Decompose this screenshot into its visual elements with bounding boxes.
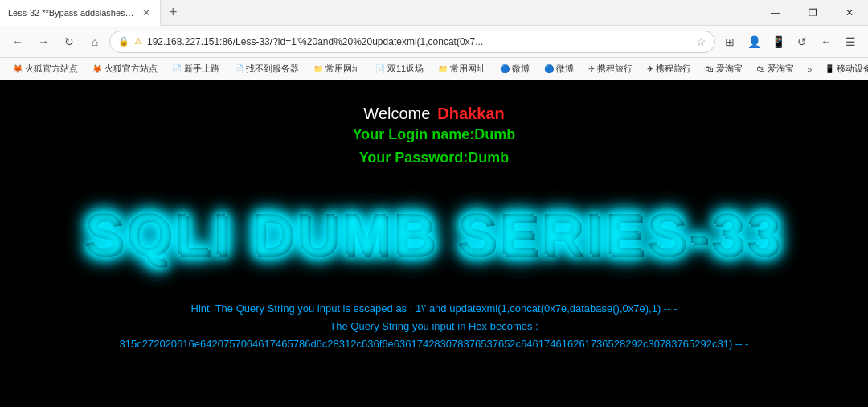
bookmark-huhu1[interactable]: 🦊 火狐官方站点 <box>6 60 84 77</box>
login-label: Your Login name: <box>353 126 475 142</box>
newuser-icon: 📄 <box>172 64 182 73</box>
bookmark-mobile[interactable]: 📱 移动设备上的书签 <box>818 60 868 77</box>
bookmark-notfound[interactable]: 📄 找不到服务器 <box>227 60 305 77</box>
title-bar: Less-32 **Bypass addslashes()** ✕ + — ❐ … <box>0 0 868 26</box>
page-content: Welcome Dhakkan Your Login name:Dumb You… <box>0 80 868 407</box>
welcome-section: Welcome Dhakkan Your Login name:Dumb You… <box>353 105 516 170</box>
taobao1-icon: 🛍 <box>706 64 714 73</box>
bookmark-notfound-label: 找不到服务器 <box>246 63 299 75</box>
welcome-line: Welcome Dhakkan <box>353 105 516 123</box>
active-tab[interactable]: Less-32 **Bypass addslashes()** ✕ <box>0 0 161 26</box>
tab-bar: Less-32 **Bypass addslashes()** ✕ + <box>0 0 186 25</box>
login-value: Dumb <box>474 126 515 142</box>
password-label: Your Password: <box>359 150 469 166</box>
address-input-wrap[interactable]: 🔒 ⚠ 192.168.227.151:86/Less-33/?id=1'%20… <box>109 31 715 53</box>
bookmark-weibo2[interactable]: 🔵 微博 <box>538 60 580 77</box>
notfound-icon: 📄 <box>234 64 244 73</box>
bookmark-star-icon[interactable]: ☆ <box>696 35 706 48</box>
hint-section: Hint: The Query String you input is esca… <box>88 300 781 353</box>
toolbar-icons: ⊞ 👤 📱 ↺ ← ☰ <box>719 31 862 53</box>
bookmark-taobao1[interactable]: 🛍 爱淘宝 <box>699 60 749 77</box>
huhu2-icon: 🦊 <box>92 64 102 73</box>
bookmark-huhu2[interactable]: 🦊 火狐官方站点 <box>86 60 164 77</box>
bookmark-double11[interactable]: 📄 双11返场 <box>369 60 430 77</box>
common2-icon: 📁 <box>438 64 448 73</box>
hint-line2: The Query String you input in Hex become… <box>120 318 749 335</box>
new-tab-button[interactable]: + <box>161 0 186 25</box>
bookmark-taobao2[interactable]: 🛍 爱淘宝 <box>751 60 800 77</box>
hint-line3: 315c272020616e6420757064617465786d6c2831… <box>120 335 749 353</box>
welcome-name: Dhakkan <box>437 105 504 122</box>
bookmarks-more-button[interactable]: » <box>802 62 817 76</box>
password-line: Your Password:Dumb <box>353 146 516 170</box>
security-icon: 🔒 <box>118 36 129 47</box>
back-nav-button[interactable]: ← <box>815 31 837 53</box>
ctrip1-icon: ✈ <box>588 64 595 73</box>
bookmark-double11-label: 双11返场 <box>387 63 424 75</box>
bookmark-common2-label: 常用网址 <box>450 63 485 75</box>
login-line: Your Login name:Dumb <box>353 123 516 146</box>
user-button[interactable]: 👤 <box>743 31 765 53</box>
bookmark-weibo1[interactable]: 🔵 微博 <box>493 60 536 77</box>
weibo1-icon: 🔵 <box>500 64 510 73</box>
close-button[interactable]: ✕ <box>831 0 868 26</box>
tab-close-button[interactable]: ✕ <box>141 6 152 20</box>
bookmark-huhu1-label: 火狐官方站点 <box>25 63 78 75</box>
taobao2-icon: 🛍 <box>757 64 765 73</box>
password-value: Dumb <box>468 150 509 166</box>
forward-button[interactable]: → <box>32 31 55 53</box>
ctrip2-icon: ✈ <box>647 64 653 73</box>
synced-tabs-button[interactable]: 📱 <box>767 31 789 53</box>
tab-label: Less-32 **Bypass addslashes()** <box>8 8 136 18</box>
weibo2-icon: 🔵 <box>544 64 554 73</box>
mobile-icon: 📱 <box>825 64 834 73</box>
common1-icon: 📁 <box>313 64 323 73</box>
huhu1-icon: 🦊 <box>13 64 23 73</box>
home-button[interactable]: ⌂ <box>84 31 106 53</box>
bookmark-mobile-label: 移动设备上的书签 <box>837 63 868 75</box>
menu-button[interactable]: ☰ <box>839 31 862 53</box>
minimize-button[interactable]: — <box>757 0 794 26</box>
warning-icon: ⚠ <box>134 36 142 47</box>
bookmark-weibo1-label: 微博 <box>512 63 530 75</box>
url-display: 192.168.227.151:86/Less-33/?id=1'%20and%… <box>147 36 691 47</box>
history-button[interactable]: ↺ <box>791 31 813 53</box>
bookmark-taobao2-label: 爱淘宝 <box>768 63 794 75</box>
window-controls: — ❐ ✕ <box>757 0 868 25</box>
extensions-button[interactable]: ⊞ <box>719 31 741 53</box>
back-button[interactable]: ← <box>6 31 29 53</box>
bookmarks-bar: 🦊 火狐官方站点 🦊 火狐官方站点 📄 新手上路 📄 找不到服务器 📁 常用网址… <box>0 58 868 80</box>
bookmark-common1-label: 常用网址 <box>326 63 361 75</box>
bookmark-ctrip1[interactable]: ✈ 携程旅行 <box>582 60 639 77</box>
bookmark-newuser-label: 新手上路 <box>184 63 219 75</box>
bookmark-common1[interactable]: 📁 常用网址 <box>307 60 367 77</box>
welcome-label: Welcome <box>363 105 430 122</box>
bookmark-newuser[interactable]: 📄 新手上路 <box>166 60 226 77</box>
bookmark-huhu2-label: 火狐官方站点 <box>104 63 158 75</box>
bookmark-ctrip1-label: 携程旅行 <box>597 63 633 75</box>
bookmark-ctrip2-label: 携程旅行 <box>656 63 691 75</box>
bookmark-ctrip2[interactable]: ✈ 携程旅行 <box>641 60 698 77</box>
reload-button[interactable]: ↻ <box>58 31 80 53</box>
restore-button[interactable]: ❐ <box>794 0 831 26</box>
double11-icon: 📄 <box>375 64 385 73</box>
bookmark-taobao1-label: 爱淘宝 <box>716 63 743 75</box>
bookmark-weibo2-label: 微博 <box>556 63 574 75</box>
hint-line1: Hint: The Query String you input is esca… <box>120 300 749 318</box>
address-bar: ← → ↻ ⌂ 🔒 ⚠ 192.168.227.151:86/Less-33/?… <box>0 26 868 58</box>
big-title: SQLI DUMB SERIES-33 <box>85 202 783 268</box>
bookmark-common2[interactable]: 📁 常用网址 <box>432 60 492 77</box>
